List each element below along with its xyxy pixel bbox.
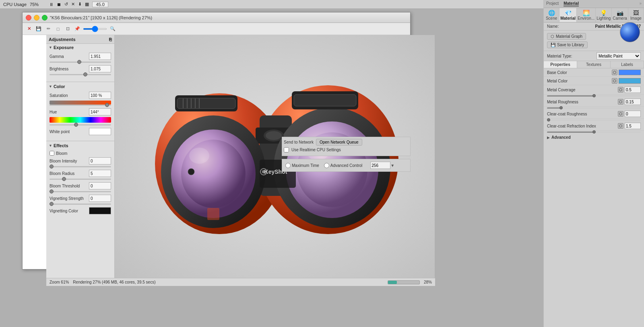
panel-pin-icon[interactable]: ⎘ bbox=[109, 37, 112, 42]
saturation-input[interactable] bbox=[89, 92, 111, 99]
clearcoat-refraction-label: Clear-coat Refraction Index bbox=[547, 124, 618, 128]
metal-roughness-label: Metal Roughness bbox=[547, 100, 618, 104]
toolbar-search-btn[interactable]: 🔍 bbox=[109, 25, 117, 33]
gamma-slider-track[interactable] bbox=[50, 62, 111, 63]
brightness-slider-track[interactable] bbox=[50, 74, 111, 75]
white-point-swatch[interactable] bbox=[89, 128, 111, 135]
tab-scene[interactable]: 🌐 Scene bbox=[544, 8, 559, 22]
window-max-btn[interactable] bbox=[42, 15, 47, 21]
bloom-checkbox[interactable] bbox=[50, 151, 54, 156]
exposure-section-toggle[interactable]: ▼ Exposure bbox=[46, 44, 114, 51]
clearcoat-refraction-slider[interactable] bbox=[547, 132, 641, 133]
saturation-slider-thumb[interactable] bbox=[105, 103, 109, 107]
toolbar-edit-btn[interactable]: ✏ bbox=[44, 25, 52, 33]
material-tab-top[interactable]: Material bbox=[564, 1, 579, 6]
subtab-textures[interactable]: Textures bbox=[577, 61, 611, 68]
pause-icon[interactable]: ⏸ bbox=[49, 2, 54, 7]
subtab-properties[interactable]: Properties bbox=[544, 61, 577, 68]
vignetting-strength-slider-thumb[interactable] bbox=[50, 202, 54, 206]
max-time-radio[interactable] bbox=[285, 163, 291, 168]
clearcoat-refraction-thumb[interactable] bbox=[592, 130, 596, 134]
advanced-control-radio-label[interactable]: Advanced Control bbox=[324, 163, 363, 168]
vignetting-strength-slider-track[interactable] bbox=[50, 204, 111, 205]
realtime-cpu-checkbox[interactable] bbox=[284, 147, 289, 152]
metal-coverage-slider[interactable] bbox=[547, 95, 641, 97]
bloom-radius-slider-track[interactable] bbox=[50, 179, 111, 180]
refresh-icon[interactable]: ↺ bbox=[64, 2, 68, 7]
project-tab[interactable]: Project bbox=[546, 1, 559, 6]
base-color-swatch[interactable] bbox=[619, 70, 641, 75]
download-icon[interactable]: ⬇ bbox=[78, 2, 82, 7]
svg-rect-29 bbox=[207, 208, 219, 220]
brightness-slider-thumb[interactable] bbox=[83, 72, 87, 76]
gamma-slider-thumb[interactable] bbox=[77, 60, 81, 64]
save-library-btn[interactable]: 💾 Save to Library bbox=[547, 41, 588, 48]
brightness-input[interactable] bbox=[89, 65, 111, 72]
effects-section-toggle[interactable]: ▼ Effects bbox=[46, 142, 114, 149]
bloom-threshold-input[interactable] bbox=[89, 182, 111, 189]
metal-color-swatch[interactable] bbox=[619, 78, 641, 84]
vignetting-strength-label: Vignetting Strength bbox=[50, 196, 84, 201]
metal-roughness-input[interactable] bbox=[625, 99, 641, 105]
toolbar-pin-btn[interactable]: 📌 bbox=[73, 25, 81, 33]
vignetting-strength-input[interactable] bbox=[89, 195, 111, 202]
gamma-input[interactable] bbox=[89, 53, 111, 60]
bloom-threshold-slider-thumb[interactable] bbox=[50, 189, 54, 193]
open-network-queue-btn[interactable]: Open Network Queue bbox=[316, 139, 362, 146]
metal-roughness-link-btn[interactable]: ⬡ bbox=[618, 99, 623, 105]
base-color-link-btn[interactable]: ⬡ bbox=[612, 70, 617, 75]
max-time-radio-label[interactable]: Maximum Time bbox=[285, 163, 319, 168]
toolbar-crop-btn[interactable]: ⊡ bbox=[64, 25, 72, 33]
subtab-labels[interactable]: Labels bbox=[611, 61, 644, 68]
toolbar-save-btn[interactable]: 💾 bbox=[35, 25, 43, 33]
tab-image[interactable]: 🖼 Image bbox=[628, 8, 644, 22]
toolbar-select-btn[interactable]: □ bbox=[54, 25, 62, 33]
metal-coverage-link-btn[interactable]: ⬡ bbox=[618, 87, 623, 93]
color-section-toggle[interactable]: ▼ Color bbox=[46, 83, 114, 90]
tab-lighting[interactable]: 💡 Lighting bbox=[596, 8, 612, 22]
material-graph-btn[interactable]: ⬡ Material Graph bbox=[547, 33, 586, 40]
mat-type-select[interactable]: Metallic Paint bbox=[597, 52, 641, 60]
hue-slider-thumb[interactable] bbox=[74, 123, 78, 127]
vignetting-color-swatch[interactable] bbox=[89, 207, 111, 214]
clearcoat-refraction-input[interactable] bbox=[625, 123, 641, 129]
color-label: Color bbox=[54, 84, 65, 89]
window-min-btn[interactable] bbox=[34, 15, 39, 21]
hue-input[interactable] bbox=[89, 108, 111, 115]
clearcoat-roughness-input[interactable] bbox=[625, 111, 641, 117]
cpu-percent: 75% bbox=[30, 2, 39, 7]
max-samples-input[interactable] bbox=[370, 162, 390, 169]
grid-icon[interactable]: ▦ bbox=[85, 2, 89, 7]
bloom-intensity-slider-thumb[interactable] bbox=[50, 165, 54, 169]
metal-roughness-slider[interactable] bbox=[547, 107, 641, 109]
metal-coverage-input[interactable] bbox=[625, 86, 641, 93]
bloom-radius-input[interactable] bbox=[89, 170, 111, 177]
advanced-row[interactable]: ▶ Advanced bbox=[544, 134, 644, 141]
stop-icon[interactable]: ⏹ bbox=[57, 2, 61, 7]
clearcoat-roughness-link-btn[interactable]: ⬡ bbox=[618, 111, 623, 117]
zoom-slider[interactable] bbox=[83, 28, 107, 30]
close-icon-toolbar[interactable]: ✕ bbox=[71, 2, 75, 7]
bloom-radius-slider-thumb[interactable] bbox=[62, 177, 66, 181]
toolbar-value[interactable]: 45.0 bbox=[92, 2, 108, 7]
panel-expand-icon[interactable]: » bbox=[639, 1, 642, 6]
clearcoat-roughness-slider[interactable] bbox=[547, 119, 641, 121]
bloom-threshold-slider-track[interactable] bbox=[50, 191, 111, 192]
metal-color-link-btn[interactable]: ⬡ bbox=[612, 78, 617, 84]
base-color-row: Base Color ⬡ bbox=[544, 68, 644, 77]
clearcoat-refraction-link-btn[interactable]: ⬡ bbox=[618, 123, 623, 129]
tab-material[interactable]: 💎 Material bbox=[559, 8, 577, 22]
metal-coverage-thumb[interactable] bbox=[592, 94, 596, 97]
tab-camera[interactable]: 📷 Camera bbox=[612, 8, 628, 22]
saturation-slider-track[interactable] bbox=[50, 105, 111, 106]
toolbar-close-btn[interactable]: ✕ bbox=[25, 25, 33, 33]
bloom-intensity-input[interactable] bbox=[89, 157, 111, 165]
image-icon: 🖼 bbox=[629, 10, 643, 16]
metal-roughness-thumb[interactable] bbox=[559, 106, 563, 109]
advanced-control-radio[interactable] bbox=[324, 163, 329, 168]
window-close-btn[interactable] bbox=[26, 15, 31, 21]
bloom-intensity-slider-track[interactable] bbox=[50, 166, 111, 167]
clearcoat-roughness-thumb[interactable] bbox=[547, 118, 550, 121]
tab-environ[interactable]: 🌅 Environ... bbox=[577, 8, 596, 22]
hue-slider-track[interactable] bbox=[50, 124, 111, 125]
